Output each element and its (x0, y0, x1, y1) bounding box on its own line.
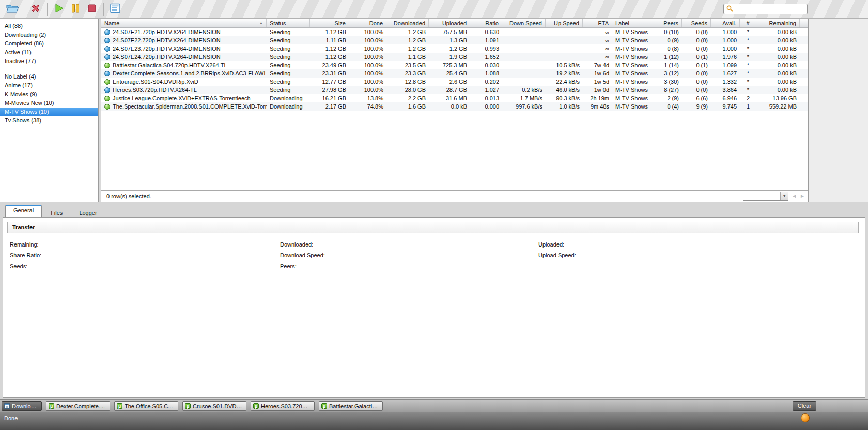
column-header-size[interactable]: Size (310, 19, 349, 27)
cell-label: M-TV Shows (612, 53, 652, 61)
column-header-downloaded[interactable]: Downloaded (386, 19, 429, 27)
column-header-num[interactable]: # (740, 19, 756, 27)
table-row[interactable]: Entourage.S01-S04.DVDRip.XviDSeeding12.7… (101, 78, 808, 86)
column-header-status[interactable]: Status (267, 19, 310, 27)
sidebar-filter-downloading-2-[interactable]: Downloading (2) (0, 30, 98, 39)
table-row[interactable]: 24.S07E22.720p.HDTV.X264-DIMENSIONSeedin… (101, 36, 808, 44)
pause-button[interactable] (67, 2, 84, 17)
sidebar-label-k-movies-9-[interactable]: K-Movies (9) (0, 90, 98, 99)
table-row[interactable]: The.Spectacular.Spiderman.2008.S01.COMPL… (101, 102, 808, 111)
tray-orange-icon[interactable] (801, 413, 810, 422)
taskbar-button-dexter-complete[interactable]: µDexter.Complete.... (46, 401, 110, 411)
column-header-ratio[interactable]: Ratio (470, 19, 502, 27)
sidebar-filter-completed-86-[interactable]: Completed (86) (0, 39, 98, 48)
tab-files[interactable]: Files (43, 208, 70, 217)
prev-page-button[interactable]: ◄ (792, 192, 797, 201)
cell-size: 27.98 GB (310, 86, 349, 94)
next-page-button[interactable]: ► (800, 192, 805, 201)
column-header-name[interactable]: Name▲ (101, 19, 267, 27)
sidebar-filter-all-88-[interactable]: All (88) (0, 22, 98, 30)
status-seeding-icon (104, 71, 110, 76)
cell-name: Battlestar.Galactica.S04.720p.HDTV.X264.… (101, 61, 267, 69)
table-row[interactable]: 24.S07E24.720p.HDTV.X264-DIMENSIONSeedin… (101, 53, 808, 61)
cell-size: 2.17 GB (310, 102, 349, 111)
taskbar-button-label: Crusoe.S01.DVDRi... (193, 403, 242, 409)
sidebar-label-no-label-4-[interactable]: No Label (4) (0, 72, 98, 81)
page-select[interactable]: ▼ (743, 192, 788, 201)
open-button[interactable] (4, 2, 21, 17)
cell-status: Downloading (267, 102, 310, 111)
cell-ratio: 0.202 (470, 78, 502, 86)
tab-general[interactable]: General (5, 205, 42, 217)
search-input[interactable] (734, 6, 807, 12)
taskbar-button-label: The.Office.S05.C... (125, 403, 173, 409)
main-area: All (88)Downloading (2)Completed (86)Act… (0, 19, 868, 202)
cell-name: The.Spectacular.Spiderman.2008.S01.COMPL… (101, 102, 267, 111)
cell-peers: 0 (8) (652, 44, 682, 53)
cell-avail: 1.000 (711, 28, 740, 36)
sidebar-filter-active-11-[interactable]: Active (11) (0, 48, 98, 57)
cell-down_speed (502, 61, 546, 69)
column-header-up_speed[interactable]: Up Speed (546, 19, 583, 27)
open-folder-icon (6, 3, 19, 16)
column-header-remaining[interactable]: Remaining (756, 19, 800, 27)
table-row[interactable]: Battlestar.Galactica.S04.720p.HDTV.X264.… (101, 61, 808, 69)
column-header-seeds[interactable]: Seeds (682, 19, 711, 27)
sidebar-filter-inactive-77-[interactable]: Inactive (77) (0, 57, 98, 66)
toolbar-separator (103, 3, 104, 16)
cell-avail: 1.099 (711, 61, 740, 69)
cell-eta: 1w 5d (583, 78, 612, 86)
taskbar-button-battlestar-galactic[interactable]: µBattlestar.Galactic... (319, 401, 383, 411)
cell-label: M-TV Shows (612, 28, 652, 36)
column-header-label: Uploaded (442, 20, 467, 26)
start-button[interactable] (51, 2, 67, 17)
cell-ratio: 0.993 (470, 44, 502, 53)
column-header-peers[interactable]: Peers (652, 19, 682, 27)
clear-button[interactable]: Clear (793, 401, 816, 411)
table-row[interactable]: Heroes.S03.720p.HDTV.X264-TLSeeding27.98… (101, 86, 808, 94)
column-header-avail[interactable]: Avail. (711, 19, 740, 27)
taskbar-button-downloads[interactable]: Downloads (2, 401, 42, 411)
cell-uploaded: 31.6 MB (429, 94, 470, 102)
cell-up_speed (546, 53, 583, 61)
sidebar-label-tv-shows-38-[interactable]: Tv Shows (38) (0, 116, 98, 125)
column-header-label: Downloaded (394, 20, 425, 26)
column-header-done[interactable]: Done (349, 19, 386, 27)
remove-x-icon (30, 3, 41, 16)
table-row[interactable]: 24.S07E21.720p.HDTV.X264-DIMENSIONSeedin… (101, 28, 808, 36)
cell-num: 1 (740, 102, 756, 111)
torrent-name: 24.S07E24.720p.HDTV.X264-DIMENSION (113, 53, 221, 61)
column-header-label[interactable]: Label (612, 19, 652, 27)
cell-size: 1.12 GB (310, 44, 349, 53)
table-row[interactable]: 24.S07E23.720p.HDTV.X264-DIMENSIONSeedin… (101, 44, 808, 53)
cell-down_speed: 1.7 MB/s (502, 94, 546, 102)
sidebar-label-m-tv-shows-10-[interactable]: M-TV Shows (10) (0, 108, 98, 116)
column-header-uploaded[interactable]: Uploaded (429, 19, 470, 27)
torrent-app-icon: µ (321, 403, 327, 409)
torrent-name: Justice.League.Complete.XViD+EXTRAS-Torr… (113, 94, 251, 102)
remove-button[interactable] (27, 2, 44, 17)
search-icon (726, 5, 734, 13)
table-row[interactable]: Dexter.Complete.Seasons.1.and.2.BRRips.X… (101, 69, 808, 78)
start-play-icon (53, 3, 65, 16)
cell-eta: ∞ (583, 44, 612, 53)
cell-size: 23.49 GB (310, 61, 349, 69)
cell-seeds: 0 (0) (682, 36, 711, 44)
cell-remaining: 559.22 MB (756, 102, 800, 111)
column-header-down_speed[interactable]: Down Speed (502, 19, 546, 27)
stop-button[interactable] (84, 2, 100, 17)
table-row[interactable]: Justice.League.Complete.XViD+EXTRAS-Torr… (101, 94, 808, 102)
taskbar-button-label: Heroes.S03.720p.... (261, 403, 311, 409)
column-header-eta[interactable]: ETA (583, 19, 612, 27)
tab-logger[interactable]: Logger (71, 208, 104, 217)
taskbar-button-the-office-s05-c[interactable]: µThe.Office.S05.C... (114, 401, 178, 411)
detail-panel: Transfer Remaining:Downloaded:Uploaded:S… (3, 217, 865, 398)
sidebar-label-anime-17-[interactable]: Anime (17) (0, 81, 98, 90)
taskbar-button-crusoe-s01-dvdri[interactable]: µCrusoe.S01.DVDRi... (182, 401, 246, 411)
sidebar-label-m-movies-new-10-[interactable]: M-Movies New (10) (0, 99, 98, 108)
details-button[interactable] (107, 2, 123, 17)
cell-size: 23.31 GB (310, 69, 349, 78)
cell-name: 24.S07E24.720p.HDTV.X264-DIMENSION (101, 53, 267, 61)
status-bar: Done (0, 412, 868, 430)
taskbar-button-heroes-s03-720p[interactable]: µHeroes.S03.720p.... (251, 401, 315, 411)
